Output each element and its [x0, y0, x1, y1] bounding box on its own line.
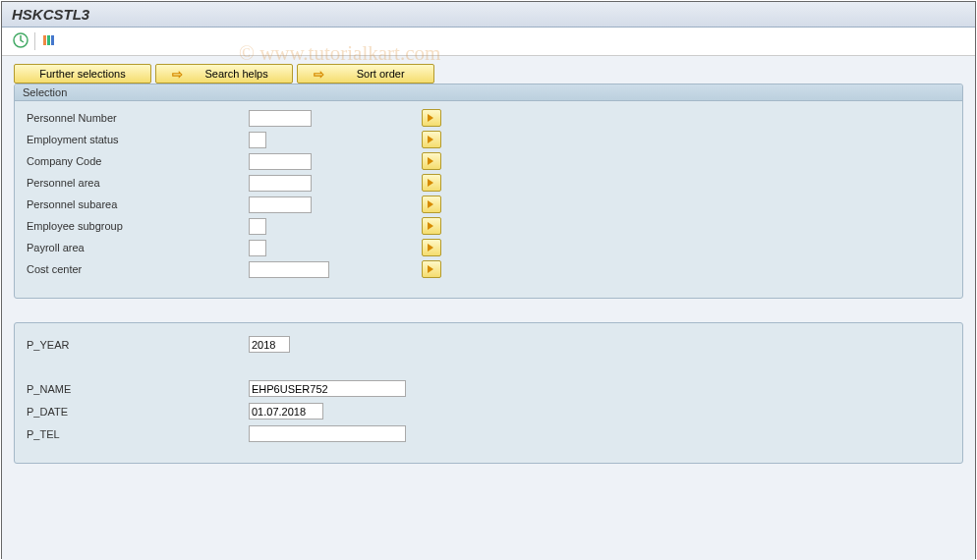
arrow-right-icon — [426, 220, 437, 232]
selection-row: Company Code — [23, 150, 954, 172]
multiple-selection-button[interactable] — [422, 217, 441, 235]
selection-row: Employee subgroup — [23, 215, 954, 237]
multiple-selection-button[interactable] — [422, 196, 441, 213]
p-date-label: P_DATE — [23, 406, 249, 418]
search-helps-button[interactable]: ⇨ Search helps — [155, 64, 293, 84]
arrow-right-icon: ⇨ — [172, 67, 183, 82]
arrow-right-icon — [426, 112, 437, 124]
selection-input-low[interactable] — [249, 153, 312, 170]
arrow-right-icon — [426, 134, 437, 145]
svg-rect-2 — [47, 35, 50, 45]
multiple-selection-button[interactable] — [422, 152, 441, 170]
variant-icon[interactable] — [40, 31, 58, 51]
field-label: Company Code — [23, 155, 249, 167]
p-date-input[interactable] — [249, 403, 323, 420]
button-label: Further selections — [39, 68, 125, 80]
multiple-selection-button[interactable] — [422, 109, 441, 127]
arrow-right-icon — [426, 198, 437, 210]
arrow-right-icon: ⇨ — [314, 67, 324, 82]
selection-row: Personnel Number — [23, 107, 954, 129]
svg-rect-1 — [43, 35, 46, 45]
selection-input-low[interactable] — [249, 261, 329, 278]
multiple-selection-button[interactable] — [422, 239, 441, 256]
button-label: Search helps — [205, 68, 268, 80]
selection-input-low[interactable] — [249, 110, 312, 127]
p-year-label: P_YEAR — [23, 339, 249, 351]
selection-input-low[interactable] — [249, 175, 312, 192]
app-toolbar — [2, 28, 975, 56]
selection-row: Personnel subarea — [23, 194, 954, 215]
toolbar-separator — [34, 32, 35, 50]
field-label: Personnel area — [23, 177, 249, 189]
multiple-selection-button[interactable] — [422, 174, 441, 192]
p-tel-label: P_TEL — [23, 428, 249, 440]
parameters-panel: P_YEAR P_NAME P_DATE P_TEL — [14, 322, 963, 464]
field-label: Personnel Number — [23, 112, 249, 124]
field-label: Employee subgroup — [23, 220, 249, 232]
field-label: Personnel subarea — [23, 198, 249, 210]
arrow-right-icon — [426, 263, 437, 275]
selection-panel: Selection Personnel NumberEmployment sta… — [14, 84, 963, 299]
arrow-right-icon — [426, 177, 437, 189]
selection-row: Cost center — [23, 258, 954, 280]
button-label: Sort order — [357, 68, 405, 80]
svg-rect-3 — [51, 35, 54, 45]
field-label: Cost center — [23, 263, 249, 275]
sort-order-button[interactable]: ⇨ Sort order — [297, 64, 434, 84]
page-title: HSKCSTL3 — [2, 2, 975, 28]
p-year-input[interactable] — [249, 336, 290, 353]
multiple-selection-button[interactable] — [422, 260, 441, 278]
content-area: Further selections ⇨ Search helps ⇨ Sort… — [2, 56, 975, 560]
panel-header: Selection — [15, 84, 962, 101]
field-label: Payroll area — [23, 242, 249, 253]
execute-icon[interactable] — [12, 31, 29, 51]
further-selections-button[interactable]: Further selections — [14, 64, 151, 84]
p-name-label: P_NAME — [23, 383, 249, 395]
selection-input-low[interactable] — [249, 218, 266, 235]
selection-row: Employment status — [23, 129, 954, 150]
selection-input-low[interactable] — [249, 196, 312, 213]
arrow-right-icon — [426, 242, 437, 253]
p-name-input[interactable] — [249, 380, 406, 397]
selection-input-low[interactable] — [249, 240, 266, 256]
field-label: Employment status — [23, 134, 249, 145]
multiple-selection-button[interactable] — [422, 131, 441, 148]
p-tel-input[interactable] — [249, 425, 406, 442]
selection-row: Personnel area — [23, 172, 954, 194]
selection-row: Payroll area — [23, 237, 954, 258]
arrow-right-icon — [426, 155, 437, 167]
selection-input-low[interactable] — [249, 132, 266, 148]
